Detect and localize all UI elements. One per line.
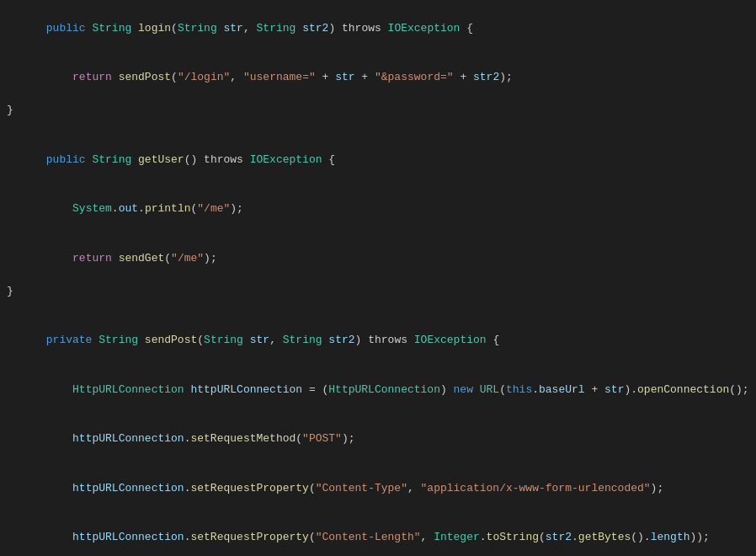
- code-line: httpURLConnection.setRequestMethod("POST…: [0, 414, 756, 464]
- code-editor: public String login(String str, String s…: [0, 0, 756, 556]
- code-line: httpURLConnection.setRequestProperty("Co…: [0, 463, 756, 513]
- code-line: return sendGet("/me");: [0, 233, 756, 283]
- code-line: public String login(String str, String s…: [0, 3, 756, 53]
- code-line: httpURLConnection.setRequestProperty("Co…: [0, 513, 756, 557]
- code-line: HttpURLConnection httpURLConnection = (H…: [0, 365, 756, 414]
- code-line: public String getUser() throws IOExcepti…: [0, 135, 756, 184]
- code-line: System.out.println("/me");: [0, 184, 756, 234]
- code-line: private String sendPost(String str, Stri…: [0, 316, 756, 366]
- keyword: public: [46, 22, 86, 35]
- code-line: [0, 299, 756, 316]
- type: String: [92, 22, 131, 35]
- function-name: login: [138, 22, 171, 35]
- code-line: return sendPost("/login", "username=" + …: [0, 53, 756, 103]
- code-line: [0, 119, 756, 136]
- code-line: }: [0, 102, 756, 119]
- code-line: }: [0, 283, 756, 300]
